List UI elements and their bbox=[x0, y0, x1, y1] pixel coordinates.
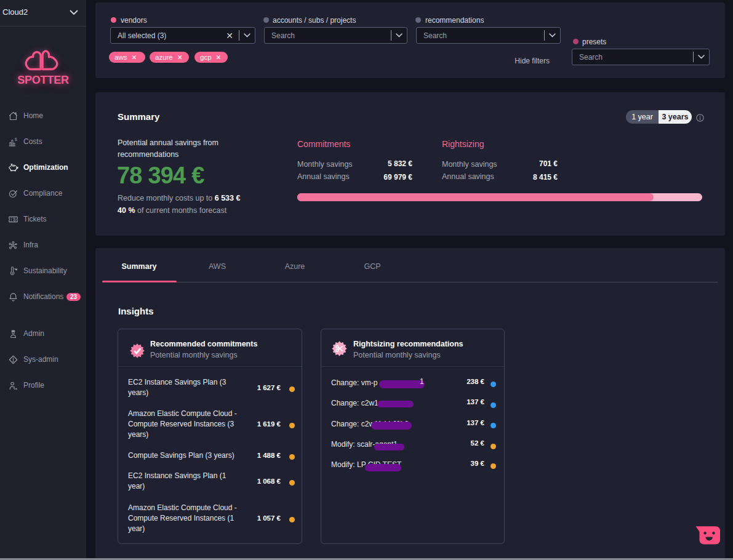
svg-text:$: $ bbox=[15, 137, 17, 141]
